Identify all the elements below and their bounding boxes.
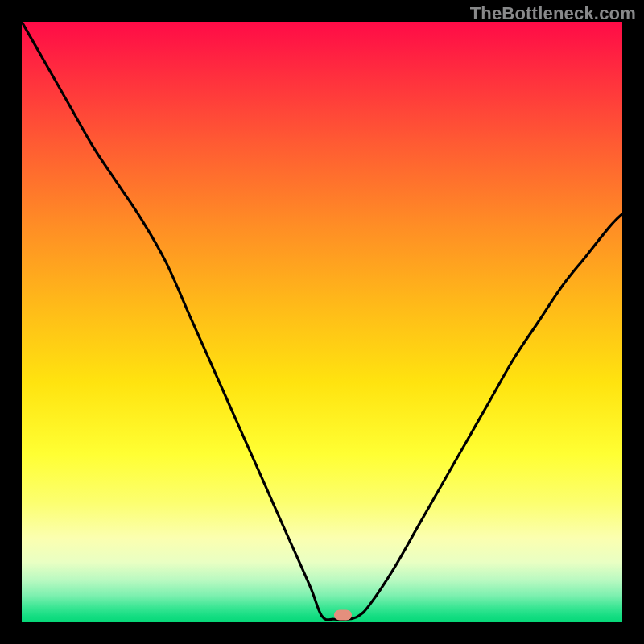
- plot-area: [22, 22, 622, 622]
- bottleneck-curve: [22, 22, 622, 622]
- optimum-marker: [334, 610, 352, 621]
- watermark-text: TheBottleneck.com: [470, 3, 636, 24]
- chart-frame: TheBottleneck.com: [0, 0, 644, 644]
